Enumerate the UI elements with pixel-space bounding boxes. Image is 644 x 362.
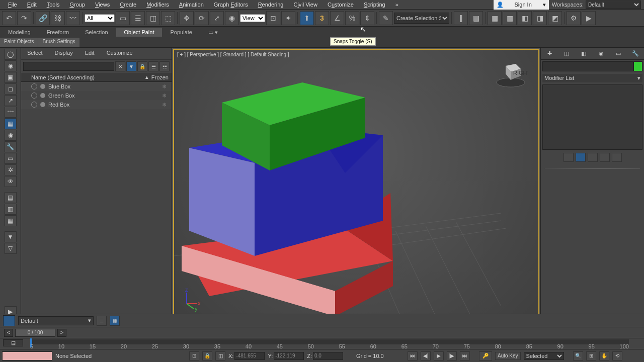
subtab-brushsettings[interactable]: Brush Settings (38, 38, 79, 47)
goto-end-button[interactable]: ⏭ (460, 351, 470, 360)
menu-tools[interactable]: Tools (42, 1, 65, 9)
lock-icon[interactable]: 🔒 (202, 351, 212, 360)
make-unique-icon[interactable] (588, 153, 598, 162)
play-button[interactable]: ▶ (434, 351, 444, 360)
pan-button[interactable]: ✋ (599, 351, 609, 360)
menu-scripting[interactable]: Scripting (359, 1, 390, 9)
list-item[interactable]: Blue Box ❄ (21, 82, 172, 91)
display-tab-icon[interactable]: ▭ (612, 49, 624, 59)
list-item[interactable]: Red Box ❄ (21, 100, 172, 109)
frozen-icon[interactable]: ❄ (162, 102, 167, 108)
isolate-icon[interactable]: ◫ (215, 351, 225, 360)
visibility-icon[interactable] (31, 93, 37, 99)
remove-mod-icon[interactable] (600, 153, 610, 162)
unlink-button[interactable]: ⛓ (51, 11, 65, 25)
zoom-button[interactable]: 🔍 (573, 351, 583, 360)
next-frame-button[interactable]: |▶ (447, 351, 457, 360)
create-tab-icon[interactable]: ✚ (543, 49, 555, 59)
view-cube[interactable]: RIGHT (493, 55, 528, 90)
render-setup-button[interactable]: ⚙ (567, 11, 581, 25)
schematic-button[interactable]: ◨ (533, 11, 547, 25)
vtool-select[interactable]: ◯ (5, 49, 17, 60)
perspective-viewport[interactable]: [ + ] [ Perspective ] [ Standard ] [ Def… (173, 49, 539, 316)
grid-icon[interactable]: ▦ (110, 316, 120, 326)
subtab-paintobjects[interactable]: Paint Objects (0, 38, 38, 47)
vtool-shape[interactable]: ↗ (5, 95, 17, 106)
menu-create[interactable]: Create (115, 1, 141, 9)
vtool-display[interactable]: ◉ (5, 60, 17, 71)
edit-selset-button[interactable]: ✎ (379, 11, 393, 25)
menu-edit[interactable]: Edit (22, 1, 42, 9)
default-set-dropdown[interactable]: Default▾ (18, 316, 94, 325)
vtool-system[interactable]: 🔧 (5, 141, 17, 152)
undo-button[interactable]: ↶ (2, 11, 16, 25)
menu-group[interactable]: Group (64, 1, 90, 9)
keyfilter-dropdown[interactable]: Selected (524, 352, 564, 360)
vtool-a[interactable]: ▤ (5, 192, 17, 203)
scene-tab-display[interactable]: Display (49, 48, 79, 59)
percent-snap-button[interactable]: % (345, 11, 359, 25)
tree2-icon[interactable]: ☷ (159, 61, 170, 71)
layers-icon[interactable]: ≣ (97, 316, 107, 326)
scene-search-input[interactable] (23, 62, 114, 71)
object-name-input[interactable] (542, 61, 633, 71)
menu-animation[interactable]: Animation (174, 1, 209, 9)
scene-tab-edit[interactable]: Edit (79, 48, 101, 59)
z-input[interactable] (313, 352, 343, 360)
material-editor-button[interactable]: ◩ (548, 11, 562, 25)
bind-button[interactable]: 〰 (66, 11, 80, 25)
vtool-light[interactable]: ◻ (5, 83, 17, 95)
layer-explorer-button[interactable]: ▦ (488, 11, 502, 25)
utilities-tab-icon[interactable]: 🔧 (629, 49, 641, 59)
menu-civil[interactable]: Civil View (288, 1, 323, 9)
select-name-button[interactable]: ☰ (131, 11, 145, 25)
redo-button[interactable]: ↷ (17, 11, 31, 25)
orbit-button[interactable]: ⟲ (612, 351, 622, 360)
move-button[interactable]: ✥ (180, 11, 194, 25)
ribbon-populate[interactable]: Populate (162, 28, 200, 37)
modify-tab-icon[interactable]: ◫ (560, 49, 573, 59)
ribbon-freeform[interactable]: Freeform (39, 28, 77, 37)
menu-file[interactable]: File (3, 1, 22, 9)
motion-tab-icon[interactable]: ◉ (595, 49, 607, 59)
mirror-button[interactable]: ‖ (454, 11, 468, 25)
scene-tab-select[interactable]: Select (21, 48, 49, 59)
modifier-stack[interactable] (542, 84, 642, 150)
menu-graph[interactable]: Graph Editors (209, 1, 253, 9)
manipulate-button[interactable]: ✦ (281, 11, 295, 25)
object-color-swatch[interactable] (633, 61, 642, 71)
lock-selection-icon[interactable]: ⊡ (189, 351, 199, 360)
menu-customize[interactable]: Customize (323, 1, 359, 9)
scale-button[interactable]: ⤢ (210, 11, 224, 25)
vtool-d[interactable]: ▼ (5, 231, 17, 242)
workspace-dropdown[interactable]: Default (586, 1, 641, 9)
frozen-icon[interactable]: ❄ (162, 93, 167, 99)
spinner-snap-button[interactable]: ⇕ (360, 11, 374, 25)
trackbar-toggle[interactable]: ⊟ (3, 339, 23, 346)
material-slot[interactable] (3, 315, 15, 326)
visibility-icon[interactable] (31, 83, 37, 89)
scene-header[interactable]: Name (Sorted Ascending) ▴ Frozen (21, 73, 172, 82)
vtool-visible[interactable]: 👁 (5, 176, 17, 187)
ribbon-objectpaint[interactable]: Object Paint (116, 28, 163, 37)
vtool-bone[interactable]: ▦ (5, 118, 17, 129)
configure-sets-icon[interactable] (612, 153, 622, 162)
vtool-b[interactable]: ▥ (5, 204, 17, 215)
menu-views[interactable]: Views (90, 1, 115, 9)
ref-coord-system[interactable]: View (240, 14, 265, 22)
x-input[interactable] (234, 352, 265, 360)
vtool-helper[interactable]: 〰 (5, 107, 17, 118)
link-button[interactable]: 🔗 (36, 11, 50, 25)
menu-rendering[interactable]: Rendering (253, 1, 289, 9)
keyboard-shortcut-button[interactable]: ⬆ (300, 11, 314, 25)
visibility-icon[interactable] (31, 102, 37, 108)
zoom-all-button[interactable]: ⊞ (586, 351, 596, 360)
render-button[interactable]: ▶ (582, 11, 596, 25)
slider-prev[interactable]: < (4, 329, 13, 337)
window-crossing-button[interactable]: ⬚ (161, 11, 175, 25)
curve-editor-button[interactable]: ◧ (518, 11, 532, 25)
filter-icon[interactable]: ▼ (126, 61, 136, 71)
list-item[interactable]: Green Box ❄ (21, 91, 172, 100)
select-button[interactable]: ▭ (116, 11, 130, 25)
scene-tab-customize[interactable]: Customize (101, 48, 139, 59)
